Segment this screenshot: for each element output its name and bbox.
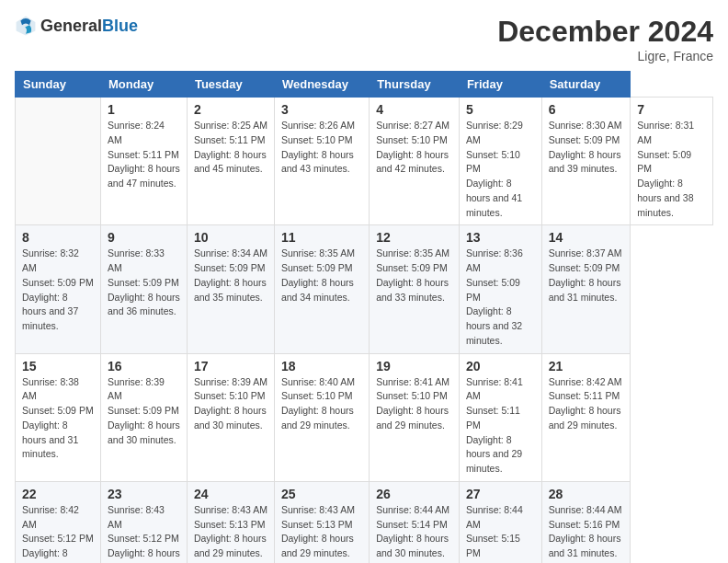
calendar-cell: 4Sunrise: 8:27 AMSunset: 5:10 PMDaylight… bbox=[370, 98, 460, 225]
day-info: Sunrise: 8:29 AMSunset: 5:10 PMDaylight:… bbox=[466, 119, 535, 220]
day-info: Sunrise: 8:44 AMSunset: 5:15 PMDaylight:… bbox=[466, 503, 535, 563]
day-number: 8 bbox=[22, 230, 94, 245]
day-info: Sunrise: 8:43 AMSunset: 5:13 PMDaylight:… bbox=[194, 503, 267, 561]
calendar-cell: 19Sunrise: 8:41 AMSunset: 5:10 PMDayligh… bbox=[370, 353, 460, 481]
day-number: 14 bbox=[549, 230, 624, 245]
day-info: Sunrise: 8:43 AMSunset: 5:13 PMDaylight:… bbox=[281, 503, 362, 561]
day-info: Sunrise: 8:43 AMSunset: 5:12 PMDaylight:… bbox=[108, 503, 180, 563]
day-number: 2 bbox=[194, 102, 267, 117]
calendar-header-row: SundayMondayTuesdayWednesdayThursdayFrid… bbox=[16, 72, 713, 98]
calendar-cell: 25Sunrise: 8:43 AMSunset: 5:13 PMDayligh… bbox=[274, 481, 369, 563]
calendar-cell: 12Sunrise: 8:35 AMSunset: 5:09 PMDayligh… bbox=[370, 225, 460, 353]
calendar-cell: 1Sunrise: 8:24 AMSunset: 5:11 PMDaylight… bbox=[101, 98, 188, 225]
calendar-cell bbox=[16, 98, 101, 225]
day-of-week-tuesday: Tuesday bbox=[187, 72, 274, 98]
day-number: 26 bbox=[376, 487, 452, 501]
day-of-week-friday: Friday bbox=[459, 72, 541, 98]
day-info: Sunrise: 8:38 AMSunset: 5:09 PMDaylight:… bbox=[22, 375, 94, 463]
calendar-cell: 21Sunrise: 8:42 AMSunset: 5:11 PMDayligh… bbox=[541, 353, 631, 481]
calendar-cell: 3Sunrise: 8:26 AMSunset: 5:10 PMDaylight… bbox=[274, 98, 369, 225]
day-info: Sunrise: 8:44 AMSunset: 5:14 PMDaylight:… bbox=[376, 503, 452, 561]
day-info: Sunrise: 8:34 AMSunset: 5:09 PMDaylight:… bbox=[194, 247, 267, 304]
day-number: 17 bbox=[194, 359, 267, 373]
day-info: Sunrise: 8:36 AMSunset: 5:09 PMDaylight:… bbox=[466, 247, 535, 348]
day-info: Sunrise: 8:44 AMSunset: 5:16 PMDaylight:… bbox=[549, 503, 624, 561]
calendar-cell: 10Sunrise: 8:34 AMSunset: 5:09 PMDayligh… bbox=[187, 225, 274, 353]
day-of-week-wednesday: Wednesday bbox=[274, 72, 369, 98]
calendar-cell: 17Sunrise: 8:39 AMSunset: 5:10 PMDayligh… bbox=[187, 353, 274, 481]
day-info: Sunrise: 8:42 AMSunset: 5:11 PMDaylight:… bbox=[549, 375, 624, 433]
calendar-cell: 2Sunrise: 8:25 AMSunset: 5:11 PMDaylight… bbox=[187, 98, 274, 225]
calendar-cell: 28Sunrise: 8:44 AMSunset: 5:16 PMDayligh… bbox=[541, 481, 631, 563]
day-info: Sunrise: 8:31 AMSunset: 5:09 PMDaylight:… bbox=[637, 119, 706, 220]
day-info: Sunrise: 8:27 AMSunset: 5:10 PMDaylight:… bbox=[376, 119, 452, 177]
day-number: 15 bbox=[22, 359, 94, 373]
day-info: Sunrise: 8:32 AMSunset: 5:09 PMDaylight:… bbox=[22, 247, 94, 334]
calendar-cell: 27Sunrise: 8:44 AMSunset: 5:15 PMDayligh… bbox=[459, 481, 541, 563]
day-number: 3 bbox=[281, 102, 362, 117]
calendar-cell: 22Sunrise: 8:42 AMSunset: 5:12 PMDayligh… bbox=[16, 481, 101, 563]
calendar-cell: 6Sunrise: 8:30 AMSunset: 5:09 PMDaylight… bbox=[541, 98, 631, 225]
calendar-cell: 15Sunrise: 8:38 AMSunset: 5:09 PMDayligh… bbox=[16, 353, 101, 481]
day-number: 7 bbox=[637, 102, 706, 117]
day-info: Sunrise: 8:39 AMSunset: 5:10 PMDaylight:… bbox=[194, 375, 267, 433]
calendar-cell: 5Sunrise: 8:29 AMSunset: 5:10 PMDaylight… bbox=[459, 98, 541, 225]
day-of-week-sunday: Sunday bbox=[16, 72, 101, 98]
day-number: 10 bbox=[194, 230, 267, 245]
logo-blue: Blue bbox=[102, 17, 138, 35]
day-info: Sunrise: 8:35 AMSunset: 5:09 PMDaylight:… bbox=[376, 247, 452, 304]
day-number: 1 bbox=[108, 102, 180, 117]
calendar-cell: 13Sunrise: 8:36 AMSunset: 5:09 PMDayligh… bbox=[459, 225, 541, 353]
calendar-cell: 23Sunrise: 8:43 AMSunset: 5:12 PMDayligh… bbox=[101, 481, 188, 563]
day-number: 21 bbox=[549, 359, 624, 373]
page-header: GeneralBlue December 2024 Ligre, France bbox=[15, 15, 713, 63]
day-info: Sunrise: 8:37 AMSunset: 5:09 PMDaylight:… bbox=[549, 247, 624, 304]
calendar: SundayMondayTuesdayWednesdayThursdayFrid… bbox=[15, 71, 713, 563]
calendar-cell: 20Sunrise: 8:41 AMSunset: 5:11 PMDayligh… bbox=[459, 353, 541, 481]
logo-general: General bbox=[40, 17, 102, 35]
calendar-cell: 18Sunrise: 8:40 AMSunset: 5:10 PMDayligh… bbox=[274, 353, 369, 481]
day-number: 20 bbox=[466, 359, 535, 373]
day-info: Sunrise: 8:33 AMSunset: 5:09 PMDaylight:… bbox=[108, 247, 180, 319]
calendar-week-3: 15Sunrise: 8:38 AMSunset: 5:09 PMDayligh… bbox=[16, 353, 713, 481]
day-number: 5 bbox=[466, 102, 535, 117]
month-title: December 2024 bbox=[497, 15, 713, 49]
day-number: 16 bbox=[108, 359, 180, 373]
day-info: Sunrise: 8:26 AMSunset: 5:10 PMDaylight:… bbox=[281, 119, 362, 177]
calendar-cell: 8Sunrise: 8:32 AMSunset: 5:09 PMDaylight… bbox=[16, 225, 101, 353]
day-number: 24 bbox=[194, 487, 267, 501]
day-number: 25 bbox=[281, 487, 362, 501]
day-info: Sunrise: 8:41 AMSunset: 5:11 PMDaylight:… bbox=[466, 375, 535, 477]
day-of-week-monday: Monday bbox=[101, 72, 188, 98]
day-info: Sunrise: 8:25 AMSunset: 5:11 PMDaylight:… bbox=[194, 119, 267, 177]
logo-icon bbox=[15, 15, 37, 37]
calendar-cell: 9Sunrise: 8:33 AMSunset: 5:09 PMDaylight… bbox=[101, 225, 188, 353]
logo: GeneralBlue bbox=[15, 15, 138, 37]
day-number: 11 bbox=[281, 230, 362, 245]
day-number: 9 bbox=[108, 230, 180, 245]
day-number: 6 bbox=[549, 102, 624, 117]
day-info: Sunrise: 8:41 AMSunset: 5:10 PMDaylight:… bbox=[376, 375, 452, 433]
day-of-week-thursday: Thursday bbox=[370, 72, 460, 98]
calendar-cell: 11Sunrise: 8:35 AMSunset: 5:09 PMDayligh… bbox=[274, 225, 369, 353]
calendar-week-4: 22Sunrise: 8:42 AMSunset: 5:12 PMDayligh… bbox=[16, 481, 713, 563]
day-number: 28 bbox=[549, 487, 624, 501]
day-number: 4 bbox=[376, 102, 452, 117]
calendar-week-2: 8Sunrise: 8:32 AMSunset: 5:09 PMDaylight… bbox=[16, 225, 713, 353]
day-info: Sunrise: 8:35 AMSunset: 5:09 PMDaylight:… bbox=[281, 247, 362, 304]
title-block: December 2024 Ligre, France bbox=[497, 15, 713, 63]
day-info: Sunrise: 8:24 AMSunset: 5:11 PMDaylight:… bbox=[108, 119, 180, 191]
calendar-week-1: 1Sunrise: 8:24 AMSunset: 5:11 PMDaylight… bbox=[16, 98, 713, 225]
day-number: 27 bbox=[466, 487, 535, 501]
calendar-cell: 7Sunrise: 8:31 AMSunset: 5:09 PMDaylight… bbox=[631, 98, 713, 225]
day-number: 12 bbox=[376, 230, 452, 245]
day-of-week-saturday: Saturday bbox=[541, 72, 631, 98]
day-number: 19 bbox=[376, 359, 452, 373]
day-info: Sunrise: 8:30 AMSunset: 5:09 PMDaylight:… bbox=[549, 119, 624, 177]
day-number: 22 bbox=[22, 487, 94, 501]
calendar-cell: 16Sunrise: 8:39 AMSunset: 5:09 PMDayligh… bbox=[101, 353, 188, 481]
day-number: 23 bbox=[108, 487, 180, 501]
calendar-cell: 14Sunrise: 8:37 AMSunset: 5:09 PMDayligh… bbox=[541, 225, 631, 353]
day-info: Sunrise: 8:40 AMSunset: 5:10 PMDaylight:… bbox=[281, 375, 362, 433]
day-info: Sunrise: 8:42 AMSunset: 5:12 PMDaylight:… bbox=[22, 503, 94, 563]
